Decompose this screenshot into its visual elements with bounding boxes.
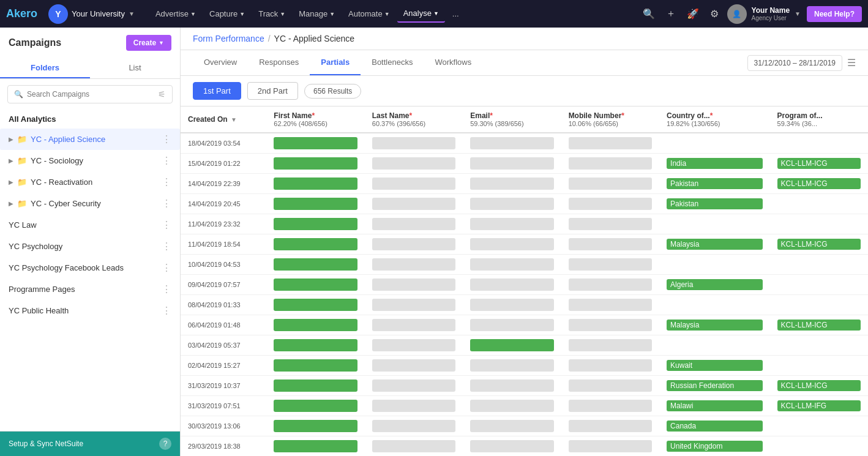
- rocket-icon[interactable]: 🚀: [684, 6, 702, 22]
- table-cell: [266, 174, 364, 194]
- search-input[interactable]: [27, 90, 152, 99]
- more-icon[interactable]: ⋮: [162, 241, 171, 252]
- table-cell: [561, 436, 659, 457]
- nav-item-more[interactable]: ...: [446, 6, 465, 22]
- sidebar-item-yc-law[interactable]: YC Law ⋮: [0, 214, 180, 236]
- date-cell: 03/04/2019 05:37: [181, 335, 266, 356]
- sidebar-item-yc-public-health[interactable]: YC Public Health ⋮: [0, 300, 180, 321]
- expand-icon: ▶: [9, 136, 13, 143]
- date-cell: 02/04/2019 15:27: [181, 356, 266, 376]
- table-cell: [463, 174, 561, 194]
- tab-partials[interactable]: Partials: [310, 50, 361, 75]
- sidebar-tab-list[interactable]: List: [90, 58, 180, 78]
- table-cell: [463, 436, 561, 457]
- table-cell: [770, 295, 868, 315]
- table-cell: Kuwait: [659, 356, 769, 376]
- table-cell: [463, 154, 561, 174]
- sidebar-item-reactivation[interactable]: ▶ 📁 YC - Reactivation ⋮: [0, 171, 180, 193]
- sidebar-item-label: YC - Sociology: [31, 156, 159, 165]
- table-cell: [266, 335, 364, 356]
- table-cell: [266, 154, 364, 174]
- table-cell: [659, 255, 769, 275]
- date-cell: 29/03/2019 18:38: [181, 436, 266, 457]
- tabs-bar: Overview Responses Partials Bottlenecks …: [181, 50, 868, 76]
- results-badge: 656 Results: [304, 84, 361, 99]
- sidebar-item-sociology[interactable]: ▶ 📁 YC - Sociology ⋮: [0, 150, 180, 171]
- table-row: 10/04/2019 04:53: [181, 255, 868, 275]
- table-row: 18/04/2019 03:54: [181, 133, 868, 154]
- user-section[interactable]: 👤 Your Name Agency User ▼: [727, 4, 801, 24]
- table-row: 31/03/2019 10:37Russian FederationKCL-LL…: [181, 376, 868, 396]
- table-cell: [365, 356, 463, 376]
- table-cell: [365, 335, 463, 356]
- sidebar-tab-folders[interactable]: Folders: [0, 58, 90, 78]
- sidebar-item-cyber-security[interactable]: ▶ 📁 YC - Cyber Security ⋮: [0, 193, 180, 214]
- col-header-country: Country of...* 19.82% (130/656): [659, 107, 769, 133]
- breadcrumb-parent[interactable]: Form Performance: [193, 34, 264, 43]
- table-cell: [770, 335, 868, 356]
- more-icon[interactable]: ⋮: [162, 219, 171, 231]
- more-icon[interactable]: ⋮: [162, 155, 171, 166]
- table-row: 06/04/2019 01:48MalaysiaKCL-LLM-ICG: [181, 315, 868, 335]
- table-cell: India: [659, 154, 769, 174]
- table-cell: [561, 154, 659, 174]
- table-cell: [266, 356, 364, 376]
- table-cell: [561, 214, 659, 234]
- nav-item-advertise[interactable]: Advertise▼: [149, 6, 202, 22]
- sidebar-section-label: All Analytics: [0, 110, 180, 129]
- nav-item-analyse[interactable]: Analyse▼: [397, 5, 445, 23]
- expand-icon: ▶: [9, 179, 13, 185]
- sidebar-item-yc-psychology[interactable]: YC Psychology ⋮: [0, 236, 180, 257]
- tab-workflows[interactable]: Workflows: [424, 50, 482, 75]
- more-icon[interactable]: ⋮: [162, 305, 171, 316]
- nav-item-automate[interactable]: Automate▼: [342, 6, 396, 22]
- col-header-firstname: First Name* 62.20% (408/656): [266, 107, 364, 133]
- date-cell: 31/03/2019 07:51: [181, 396, 266, 416]
- tab-overview[interactable]: Overview: [193, 50, 248, 75]
- table-cell: Malaysia: [659, 234, 769, 255]
- search-icon[interactable]: 🔍: [640, 6, 657, 22]
- menu-icon[interactable]: ☰: [847, 57, 856, 69]
- table-cell: [266, 133, 364, 154]
- col-header-created[interactable]: Created On ▼: [181, 107, 266, 133]
- table-cell: KCL-LLM-IFG: [770, 396, 868, 416]
- partials-toolbar: 1st Part 2nd Part 656 Results: [181, 76, 868, 107]
- create-button[interactable]: Create ▼: [126, 35, 171, 51]
- table-row: 02/04/2019 15:27Kuwait: [181, 356, 868, 376]
- add-icon[interactable]: ＋: [664, 5, 678, 23]
- table-cell: [365, 255, 463, 275]
- help-circle-icon[interactable]: ?: [159, 438, 171, 450]
- nav-item-capture[interactable]: Capture▼: [203, 6, 251, 22]
- table-row: 03/04/2019 05:37: [181, 335, 868, 356]
- date-range[interactable]: 31/12/2010 – 28/11/2019: [747, 55, 842, 71]
- more-icon[interactable]: ⋮: [162, 262, 171, 274]
- more-icon[interactable]: ⋮: [162, 198, 171, 209]
- more-icon[interactable]: ⋮: [162, 176, 171, 188]
- date-cell: 10/04/2019 04:53: [181, 255, 266, 275]
- tab-responses[interactable]: Responses: [248, 50, 310, 75]
- date-cell: 11/04/2019 18:54: [181, 234, 266, 255]
- more-icon[interactable]: ⋮: [162, 283, 171, 295]
- sidebar-bottom[interactable]: Setup & Sync NetSuite ?: [0, 431, 180, 456]
- table-cell: [266, 295, 364, 315]
- sidebar-item-programme-pages[interactable]: Programme Pages ⋮: [0, 278, 180, 300]
- part-2-button[interactable]: 2nd Part: [247, 82, 298, 100]
- table-cell: Pakistan: [659, 194, 769, 214]
- org-selector[interactable]: Y Your University ▼: [43, 2, 140, 26]
- part-1-button[interactable]: 1st Part: [193, 82, 241, 100]
- nav-item-track[interactable]: Track▼: [252, 6, 291, 22]
- filter-icon[interactable]: ⚟: [158, 89, 166, 99]
- settings-icon[interactable]: ⚙: [708, 6, 721, 22]
- content-area: Form Performance / YC - Applied Science …: [181, 28, 868, 456]
- table-cell: [561, 255, 659, 275]
- sidebar-item-yc-psychology-fb[interactable]: YC Psychology Facebook Leads ⋮: [0, 257, 180, 278]
- help-button[interactable]: Need Help?: [807, 6, 862, 22]
- table-cell: [266, 214, 364, 234]
- sidebar-item-applied-science[interactable]: ▶ 📁 YC - Applied Science ⋮: [0, 129, 180, 150]
- nav-item-manage[interactable]: Manage▼: [293, 6, 341, 22]
- table-cell: [770, 255, 868, 275]
- table-cell: [266, 275, 364, 295]
- more-icon[interactable]: ⋮: [162, 133, 171, 145]
- tab-bottlenecks[interactable]: Bottlenecks: [361, 50, 424, 75]
- table-cell: [561, 396, 659, 416]
